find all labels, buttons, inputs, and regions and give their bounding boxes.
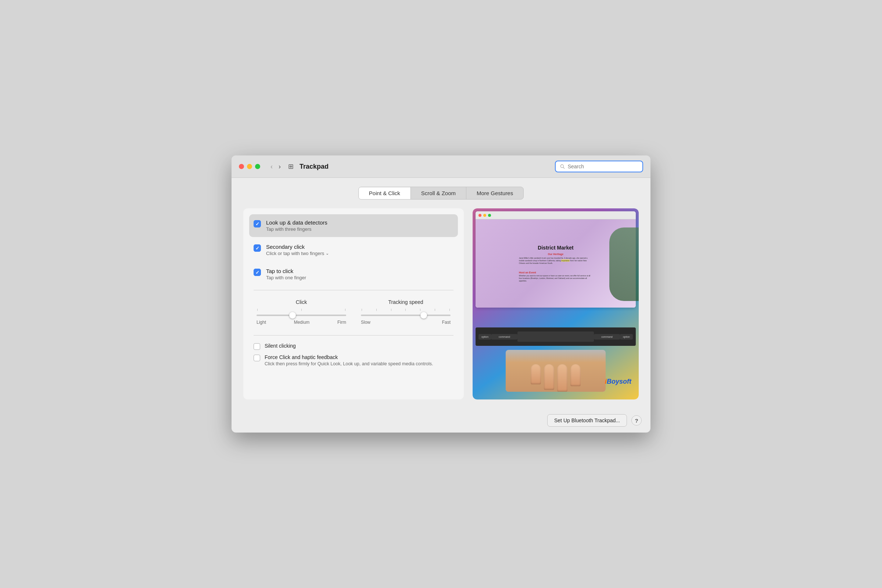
grid-icon[interactable]: ⊞ xyxy=(288,162,294,171)
silent-clicking-text: Silent clicking xyxy=(265,343,296,349)
secondary-click-setting: Secondary click Click or tap with two fi… xyxy=(249,238,458,261)
tap-to-click-text: Tap to click Tap with one finger xyxy=(266,268,453,280)
lookup-checkbox[interactable] xyxy=(254,220,261,228)
search-box[interactable] xyxy=(555,160,643,172)
highlight-text: inspiration xyxy=(561,260,570,262)
tick-2 xyxy=(302,309,302,311)
finger-4 xyxy=(570,364,580,386)
mac-screen-header xyxy=(476,212,636,219)
click-slider-thumb[interactable] xyxy=(289,312,296,319)
tracking-slider-thumb[interactable] xyxy=(420,312,427,319)
tracking-slider-track[interactable] xyxy=(361,315,450,316)
window-title: Trackpad xyxy=(300,163,550,171)
main-area: Look up & data detectors Tap with three … xyxy=(243,208,639,399)
mock-minimize xyxy=(483,214,486,217)
iboysoft-text: Boysoft xyxy=(607,378,632,385)
click-slider-group: Click Light Medium Firm xyxy=(256,299,346,325)
tracking-tick-6 xyxy=(435,309,435,311)
finger-3 xyxy=(557,364,567,392)
tab-more-gestures[interactable]: More Gestures xyxy=(466,187,524,199)
tap-to-click-subtitle: Tap with one finger xyxy=(266,275,453,280)
tick-1 xyxy=(257,309,258,311)
click-slider-track[interactable] xyxy=(256,315,346,316)
titlebar: ‹ › ⊞ Trackpad xyxy=(231,156,651,178)
finger-1 xyxy=(531,364,541,384)
traffic-lights xyxy=(239,164,260,169)
doc-subtitle: Our Heritage xyxy=(548,253,563,255)
right-panel: District Market Our Heritage Janet Mille… xyxy=(472,208,639,399)
click-slider-label: Click xyxy=(256,299,346,305)
forward-button[interactable]: › xyxy=(277,162,282,171)
key-command-left: command xyxy=(491,334,518,340)
lookup-text: Look up & data detectors Tap with three … xyxy=(266,219,453,232)
search-icon xyxy=(560,164,565,169)
force-click-text: Force Click and haptic feedback Click th… xyxy=(265,354,433,368)
tracking-tick-1 xyxy=(362,309,362,311)
key-option-right: option xyxy=(620,334,633,340)
tab-group: Point & Click Scroll & Zoom More Gesture… xyxy=(358,187,524,200)
hand-visual xyxy=(506,350,605,392)
tab-point-click[interactable]: Point & Click xyxy=(358,187,411,199)
minimize-button[interactable] xyxy=(247,164,252,169)
help-button[interactable]: ? xyxy=(632,415,642,426)
close-button[interactable] xyxy=(239,164,244,169)
fingers xyxy=(531,364,580,392)
sliders-section: Click Light Medium Firm xyxy=(249,295,458,331)
key-space xyxy=(518,332,594,342)
left-panel: Look up & data detectors Tap with three … xyxy=(243,208,464,399)
click-tick-marks xyxy=(256,309,346,311)
lookup-subtitle: Tap with three fingers xyxy=(266,226,453,232)
mock-maximize xyxy=(488,214,491,217)
tracking-tick-5 xyxy=(420,309,420,311)
svg-line-1 xyxy=(563,167,564,168)
tracking-slider-labels: Slow Fast xyxy=(361,320,450,325)
search-input[interactable] xyxy=(568,164,638,170)
key-option-left: option xyxy=(478,334,491,340)
back-button[interactable]: ‹ xyxy=(269,162,274,171)
host-event-label: Host an Event xyxy=(519,271,592,274)
tracking-tick-7 xyxy=(450,309,450,311)
secondary-click-title: Secondary click xyxy=(266,244,453,250)
secondary-click-subtitle: Click or tap with two fingers ⌄ xyxy=(266,250,453,256)
tick-3 xyxy=(345,309,345,311)
host-event-text: Whether you want to rent our space or ha… xyxy=(519,274,592,282)
click-slider-labels: Light Medium Firm xyxy=(256,320,346,325)
keyboard-area: option command command option xyxy=(476,327,636,346)
iboysoft-logo: iBoysoft xyxy=(605,378,632,386)
tracking-tick-marks xyxy=(361,309,450,311)
content-area: Point & Click Scroll & Zoom More Gesture… xyxy=(231,178,651,408)
bluetooth-trackpad-button[interactable]: Set Up Bluetooth Trackpad... xyxy=(547,414,627,427)
tracking-tick-3 xyxy=(391,309,392,311)
bottom-bar: Set Up Bluetooth Trackpad... ? xyxy=(231,408,651,432)
force-click-checkbox[interactable] xyxy=(254,355,260,361)
veggie-decoration xyxy=(609,228,639,301)
tracking-slider-label: Tracking speed xyxy=(361,299,450,305)
secondary-click-dropdown-icon[interactable]: ⌄ xyxy=(326,251,329,256)
lookup-setting: Look up & data detectors Tap with three … xyxy=(249,214,458,237)
tap-to-click-setting: Tap to click Tap with one finger xyxy=(249,263,458,285)
force-click-option: Force Click and haptic feedback Click th… xyxy=(254,354,453,368)
maximize-button[interactable] xyxy=(255,164,260,169)
doc-title: District Market xyxy=(538,245,573,250)
lookup-title: Look up & data detectors xyxy=(266,219,453,226)
divider-1 xyxy=(254,290,453,290)
silent-clicking-checkbox[interactable] xyxy=(254,343,260,350)
secondary-click-checkbox[interactable] xyxy=(254,244,261,252)
main-window: ‹ › ⊞ Trackpad Point & Click Scroll & Zo… xyxy=(231,156,651,432)
silent-clicking-option: Silent clicking xyxy=(254,343,453,350)
bottom-options: Silent clicking Force Click and haptic f… xyxy=(249,340,458,375)
nav-buttons: ‹ › xyxy=(269,162,282,171)
tap-to-click-title: Tap to click xyxy=(266,268,453,274)
mock-close xyxy=(478,214,482,217)
trackpad-area xyxy=(506,350,605,392)
tracking-slider-group: Tracking speed xyxy=(361,299,450,325)
doc-text: Janet Miller's little sandwich truck sur… xyxy=(519,257,592,265)
tab-scroll-zoom[interactable]: Scroll & Zoom xyxy=(411,187,466,199)
tap-to-click-checkbox[interactable] xyxy=(254,268,261,276)
secondary-click-text: Secondary click Click or tap with two fi… xyxy=(266,244,453,256)
key-command-right: command xyxy=(594,334,620,340)
finger-2 xyxy=(544,364,554,390)
divider-2 xyxy=(254,335,453,336)
tabs-container: Point & Click Scroll & Zoom More Gesture… xyxy=(243,187,639,200)
tracking-tick-4 xyxy=(405,309,406,311)
